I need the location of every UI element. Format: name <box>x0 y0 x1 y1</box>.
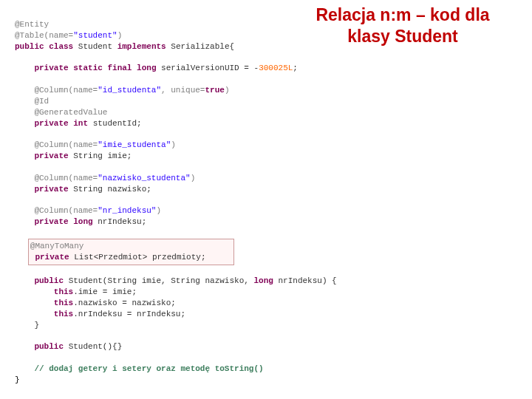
kw-this: this <box>54 310 73 318</box>
kw-private: private <box>35 253 69 262</box>
title-line-2: klasy Student <box>347 27 458 46</box>
tok-list: List<Przedmiot> <box>74 253 147 262</box>
annotation-close: ) <box>171 140 176 149</box>
num-svuid: 300025L <box>259 64 293 72</box>
assign-nazw: .nazwisko = nazwisko; <box>73 299 176 307</box>
tok-svuid: serialVersionUID = - <box>161 64 259 72</box>
rbrace: } <box>15 375 20 384</box>
str-nr: "nr_indeksu" <box>98 206 156 215</box>
str-id: "id_studenta" <box>98 86 161 95</box>
kw-this: this <box>54 299 73 307</box>
ctor2: Student(){} <box>69 342 123 351</box>
semi: ; <box>142 217 147 226</box>
str-nazw: "nazwisko_studenta" <box>98 174 190 183</box>
ctor-sig2: , String nazwisko <box>161 276 244 285</box>
assign-imie: .imie = imie; <box>73 287 137 296</box>
annotation-col: @Column(name= <box>34 174 98 183</box>
kw-final: final <box>107 64 132 72</box>
ctor-sig1: Student(String imie <box>69 276 161 285</box>
kw-private: private <box>34 64 68 72</box>
annotation-close: ) <box>191 174 196 183</box>
semi: ; <box>146 185 151 194</box>
annotation-m2m: @ManyToMany <box>30 242 84 250</box>
code-block: @Entity @Table(name="student") public cl… <box>15 19 337 386</box>
str-imie: "imie_studenta" <box>98 140 171 149</box>
kw-class: class <box>49 42 73 51</box>
comment: // dodaj getery i setery oraz metodę toS… <box>34 364 263 373</box>
tok-nazw: nazwisko <box>107 185 146 194</box>
rbrace: } <box>34 321 39 330</box>
annotation-table-open: @Table(name= <box>15 31 73 40</box>
highlight-box: @ManyToMany private List<Przedmiot> prze… <box>28 239 234 265</box>
kw-private: private <box>34 217 68 226</box>
kw-true: true <box>205 86 224 95</box>
kw-static: static <box>73 64 103 72</box>
tok-string: String <box>73 151 103 160</box>
tok-studentId: studentId <box>93 119 137 128</box>
kw-this: this <box>54 287 73 296</box>
annotation-id: @Id <box>34 97 49 106</box>
annotation-entity: @Entity <box>15 20 49 29</box>
kw-int: int <box>73 119 88 128</box>
kw-long: long <box>73 217 92 226</box>
tok-nrI: nrIndeksu <box>98 217 141 226</box>
kw-public: public <box>34 342 64 351</box>
annotation-close: ) <box>225 86 230 95</box>
kw-private: private <box>34 119 68 128</box>
annotation-col: @Column(name= <box>34 206 98 215</box>
ctor-sig3: , <box>244 276 253 285</box>
kw-implements: implements <box>117 42 166 51</box>
kw-private: private <box>34 185 68 194</box>
tok-string: String <box>73 185 103 194</box>
tok-serializable: Serializable{ <box>171 42 234 51</box>
semi: ; <box>127 151 132 160</box>
title-line-1: Relacja n:m – kod dla <box>316 5 489 24</box>
semi: ; <box>201 253 206 262</box>
annotation-col: @Column(name= <box>34 86 98 95</box>
annotation-gen: @GeneratedValue <box>34 108 107 117</box>
kw-public: public <box>34 276 64 285</box>
ctor-sig4: nrIndeksu) { <box>273 276 337 285</box>
string-student: "student" <box>73 31 117 40</box>
class-name: Student <box>78 42 112 51</box>
kw-public: public <box>15 42 44 51</box>
annotation-sep: , unique= <box>161 86 205 95</box>
kw-long: long <box>253 276 273 285</box>
tok-imie: imie <box>107 151 126 160</box>
annotation-close: ) <box>156 206 161 215</box>
annotation-col: @Column(name= <box>34 140 98 149</box>
kw-long: long <box>137 64 156 72</box>
kw-private: private <box>34 151 68 160</box>
semi: ; <box>293 64 298 72</box>
semi: ; <box>137 119 142 128</box>
tok-przedmioty: przedmioty <box>152 253 201 262</box>
annotation-table-close: ) <box>117 31 123 40</box>
assign-nr: .nrIndeksu = nrIndeksu; <box>73 310 185 318</box>
